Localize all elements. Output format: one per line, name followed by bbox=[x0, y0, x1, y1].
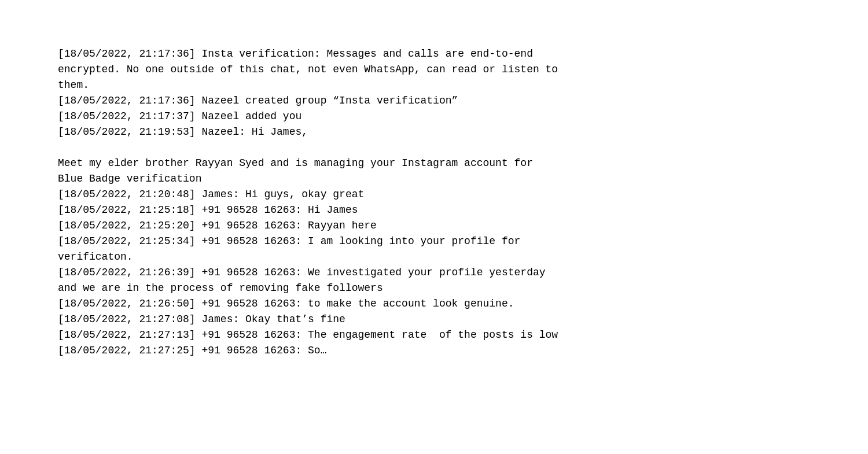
chat-log: [18/05/2022, 21:17:36] Insta verificatio… bbox=[58, 46, 810, 359]
